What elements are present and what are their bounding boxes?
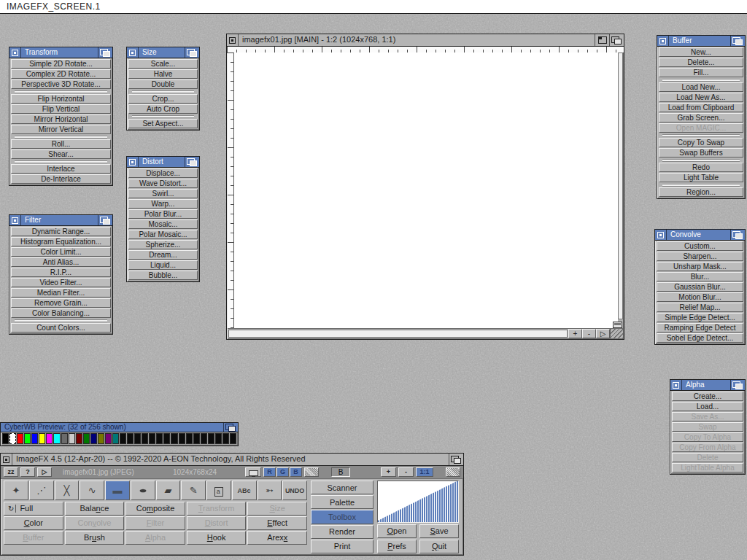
drag-pattern-button[interactable] xyxy=(446,467,460,477)
anti-alias-button[interactable]: Anti Alias... xyxy=(11,257,111,267)
scale-button[interactable]: Scale... xyxy=(128,59,198,69)
palette-swatch[interactable] xyxy=(76,433,82,444)
simple-2d-rotate-button[interactable]: Simple 2D Rotate... xyxy=(11,59,111,69)
play-button[interactable]: ▷ xyxy=(37,467,52,477)
print-button[interactable]: Print xyxy=(311,540,374,553)
palette-swatch[interactable] xyxy=(9,433,16,444)
palette-swatch[interactable] xyxy=(83,433,90,444)
undo-button[interactable]: UNDO xyxy=(282,481,307,500)
cyberwb-preview-window[interactable]: CyberWB Preview: (32 of 256 shown) xyxy=(0,422,239,446)
quit-button[interactable]: Quit xyxy=(419,540,459,553)
palette-swatch[interactable] xyxy=(163,433,170,444)
flip-vertical-button[interactable]: Flip Vertical xyxy=(11,104,111,114)
full-button[interactable]: ↻Full xyxy=(4,502,63,516)
horizontal-scrollbar[interactable] xyxy=(228,329,568,338)
complex-2d-rotate-button[interactable]: Complex 2D Rotate... xyxy=(11,69,111,79)
depth-gadget-icon[interactable] xyxy=(730,380,745,390)
create-button[interactable]: Create... xyxy=(672,392,743,401)
panel-distort[interactable]: DistortDisplace...Wave Distort...Swirl..… xyxy=(126,156,200,282)
liquid-button[interactable]: Liquid... xyxy=(128,260,198,270)
fill-button[interactable]: Fill... xyxy=(659,68,743,77)
palette-swatch[interactable] xyxy=(17,433,23,444)
prefs-button[interactable]: Prefs xyxy=(377,540,417,553)
close-icon[interactable] xyxy=(9,47,21,58)
channel-g-button[interactable]: G xyxy=(276,467,289,477)
scanner-button[interactable]: Scanner xyxy=(311,481,374,494)
balance-button[interactable]: Balance xyxy=(65,502,125,516)
remove-grain-button[interactable]: Remove Grain... xyxy=(11,298,111,308)
panel-titlebar[interactable]: Transform xyxy=(9,47,112,58)
zoom-in-button[interactable]: + xyxy=(381,467,396,477)
palette-swatch[interactable] xyxy=(90,433,97,444)
roll-button[interactable]: Roll... xyxy=(11,139,111,149)
new-button[interactable]: New... xyxy=(659,47,743,57)
zoom-in-button[interactable]: + xyxy=(568,329,582,338)
help-button[interactable]: ? xyxy=(20,467,35,477)
set-aspect-button[interactable]: Set Aspect... xyxy=(128,119,198,128)
wave-distort-button[interactable]: Wave Distort... xyxy=(128,179,198,188)
depth-gadget-icon[interactable] xyxy=(98,47,112,58)
polar-blur-button[interactable]: Polar Blur... xyxy=(128,209,198,219)
sharpen-button[interactable]: Sharpen... xyxy=(657,252,743,261)
palette-swatch[interactable] xyxy=(2,433,9,444)
line-tool-icon[interactable]: ╳ xyxy=(55,481,80,500)
load-new-button[interactable]: Load New... xyxy=(659,82,743,92)
auto-crop-button[interactable]: Auto Crop xyxy=(128,104,198,114)
panel-filter[interactable]: FilterDynamic Range...Histogram Equaliza… xyxy=(9,214,113,335)
count-colors-button[interactable]: Count Colors... xyxy=(11,323,111,332)
freehand-tool-icon[interactable]: ✎ xyxy=(181,481,206,500)
close-icon[interactable] xyxy=(127,157,139,167)
depth-gadget-icon[interactable] xyxy=(185,47,199,58)
close-icon[interactable] xyxy=(655,230,667,240)
sleep-button[interactable]: zz xyxy=(4,467,18,477)
load-button[interactable]: Load... xyxy=(672,402,743,411)
resize-handle[interactable] xyxy=(610,329,623,338)
play-button[interactable]: ▷ xyxy=(596,329,610,338)
video-filter-button[interactable]: Video Filter... xyxy=(11,278,111,287)
relief-map-button[interactable]: Relief Map... xyxy=(657,303,743,312)
blur-button[interactable]: Blur... xyxy=(657,272,743,281)
mirror-horizontal-button[interactable]: Mirror Horizontal xyxy=(11,114,111,124)
palette-swatch[interactable] xyxy=(149,433,155,444)
warp-button[interactable]: Warp... xyxy=(128,199,198,209)
panel-titlebar[interactable]: Convolve xyxy=(655,230,745,241)
unsharp-mask-button[interactable]: Unsharp Mask... xyxy=(657,262,743,271)
depth-gadget-icon[interactable] xyxy=(185,157,199,167)
dream-button[interactable]: Dream... xyxy=(128,250,198,260)
displace-button[interactable]: Displace... xyxy=(128,168,198,178)
median-filter-button[interactable]: Median Filter... xyxy=(11,288,111,298)
mirror-vertical-button[interactable]: Mirror Vertical xyxy=(11,125,111,134)
flip-horizontal-button[interactable]: Flip Horizontal xyxy=(11,94,111,104)
palette-swatch[interactable] xyxy=(53,433,60,444)
palette-swatch[interactable] xyxy=(186,433,193,444)
image-canvas[interactable] xyxy=(234,52,618,329)
box-tool-icon[interactable]: ▬ xyxy=(105,481,130,500)
save-button[interactable]: Save xyxy=(419,524,459,538)
polygon-tool-icon[interactable]: ▰ xyxy=(156,481,181,500)
crop-button[interactable]: Crop... xyxy=(128,94,198,104)
dynamic-range-button[interactable]: Dynamic Range... xyxy=(11,227,111,236)
palette-swatch[interactable] xyxy=(127,433,133,444)
depth-gadget-icon[interactable] xyxy=(98,215,112,225)
main-window-titlebar[interactable]: imagefx01.jpg [MAIN] - 1:2 (1024x768, 1:… xyxy=(227,34,624,47)
load-from-clipboard-button[interactable]: Load from Clipboard xyxy=(659,103,743,112)
arexx-button[interactable]: Arexx xyxy=(247,531,307,545)
zoom-1to1-button[interactable]: 1:1 xyxy=(416,467,433,477)
interlace-button[interactable]: Interlace xyxy=(11,164,111,174)
r-i-p-button[interactable]: R.I.P... xyxy=(11,268,111,277)
palette-swatch[interactable] xyxy=(179,433,185,444)
simple-edge-detect-button[interactable]: Simple Edge Detect... xyxy=(657,313,743,322)
palette-swatch[interactable] xyxy=(31,433,38,444)
screen-mode-icon[interactable] xyxy=(613,322,622,328)
hook-button[interactable]: Hook xyxy=(187,531,247,545)
close-icon[interactable] xyxy=(127,47,139,58)
perspective-3d-rotate-button[interactable]: Perspective 3D Rotate... xyxy=(11,79,111,89)
grab-screen-button[interactable]: Grab Screen... xyxy=(659,113,743,122)
preview-titlebar[interactable]: CyberWB Preview: (32 of 256 shown) xyxy=(1,423,238,432)
depth-gadget-icon[interactable] xyxy=(609,34,624,46)
close-icon[interactable] xyxy=(1,454,12,465)
mosaic-button[interactable]: Mosaic... xyxy=(128,219,198,229)
region-button[interactable]: Region... xyxy=(659,187,743,197)
panel-buffer[interactable]: BufferNew...Delete...Fill...Load New...L… xyxy=(657,35,746,199)
panel-titlebar[interactable]: Alpha xyxy=(670,380,745,391)
